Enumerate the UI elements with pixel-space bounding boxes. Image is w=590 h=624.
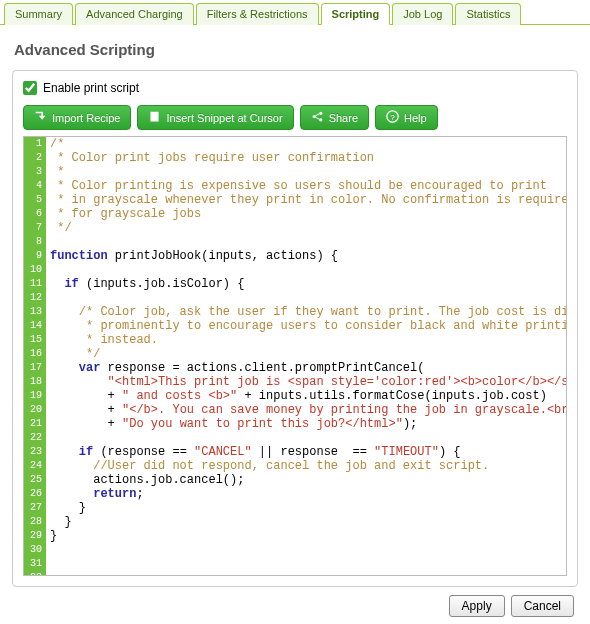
insert-snippet-button[interactable]: Insert Snippet at Cursor — [137, 105, 293, 130]
code-editor[interactable]: 1234567891011121314151617181920212223242… — [23, 136, 567, 576]
svg-point-1 — [319, 112, 322, 115]
code-line[interactable]: function printJobHook(inputs, actions) { — [50, 249, 562, 263]
code-line[interactable]: } — [50, 529, 562, 543]
share-icon — [311, 110, 324, 125]
code-line[interactable] — [50, 291, 562, 305]
tab-statistics[interactable]: Statistics — [455, 3, 521, 25]
code-line[interactable]: * for grayscale jobs — [50, 207, 562, 221]
tab-advanced-charging[interactable]: Advanced Charging — [75, 3, 194, 25]
enable-script-row[interactable]: Enable print script — [23, 81, 567, 95]
tab-scripting[interactable]: Scripting — [321, 3, 391, 25]
code-line[interactable]: + "Do you want to print this job?</html>… — [50, 417, 562, 431]
svg-point-2 — [319, 118, 322, 121]
cancel-button[interactable]: Cancel — [511, 595, 574, 617]
code-line[interactable]: if (response == "CANCEL" || response == … — [50, 445, 562, 459]
code-line[interactable]: return; — [50, 487, 562, 501]
code-line[interactable]: } — [50, 501, 562, 515]
apply-button[interactable]: Apply — [449, 595, 505, 617]
tab-joblog[interactable]: Job Log — [392, 3, 453, 25]
tab-filters[interactable]: Filters & Restrictions — [196, 3, 319, 25]
code-line[interactable]: actions.job.cancel(); — [50, 473, 562, 487]
import-icon — [34, 110, 47, 125]
code-line[interactable]: + "</b>. You can save money by printing … — [50, 403, 562, 417]
share-label: Share — [329, 112, 358, 124]
script-panel: Enable print script Import Recipe Insert… — [12, 70, 578, 587]
tab-summary[interactable]: Summary — [4, 3, 73, 25]
insert-snippet-label: Insert Snippet at Cursor — [166, 112, 282, 124]
enable-script-checkbox[interactable] — [23, 81, 37, 95]
svg-text:?: ? — [390, 113, 395, 122]
code-line[interactable]: /* Color job, ask the user if they want … — [50, 305, 562, 319]
line-gutter: 1234567891011121314151617181920212223242… — [24, 137, 46, 575]
code-line[interactable]: /* — [50, 137, 562, 151]
tab-bar: Summary Advanced Charging Filters & Rest… — [0, 0, 590, 25]
code-line[interactable]: * instead. — [50, 333, 562, 347]
help-button[interactable]: ? Help — [375, 105, 438, 130]
code-line[interactable] — [50, 571, 562, 575]
help-icon: ? — [386, 110, 399, 125]
help-label: Help — [404, 112, 427, 124]
code-line[interactable]: + " and costs <b>" + inputs.utils.format… — [50, 389, 562, 403]
code-line[interactable]: * — [50, 165, 562, 179]
code-line[interactable]: * Color print jobs require user confirma… — [50, 151, 562, 165]
code-line[interactable]: * prominently to encourage users to cons… — [50, 319, 562, 333]
import-recipe-label: Import Recipe — [52, 112, 120, 124]
code-line[interactable]: var response = actions.client.promptPrin… — [50, 361, 562, 375]
page-title: Advanced Scripting — [14, 41, 578, 58]
snippet-icon — [148, 110, 161, 125]
code-line[interactable] — [50, 235, 562, 249]
code-line[interactable] — [50, 543, 562, 557]
code-line[interactable]: * Color printing is expensive so users s… — [50, 179, 562, 193]
code-line[interactable]: * in grayscale whenever they print in co… — [50, 193, 562, 207]
code-line[interactable]: } — [50, 515, 562, 529]
code-line[interactable]: if (inputs.job.isColor) { — [50, 277, 562, 291]
enable-script-label: Enable print script — [43, 81, 139, 95]
code-line[interactable] — [50, 431, 562, 445]
code-body[interactable]: /* * Color print jobs require user confi… — [46, 137, 566, 575]
code-line[interactable] — [50, 263, 562, 277]
import-recipe-button[interactable]: Import Recipe — [23, 105, 131, 130]
share-button[interactable]: Share — [300, 105, 369, 130]
code-line[interactable]: "<html>This print job is <span style='co… — [50, 375, 562, 389]
code-line[interactable]: */ — [50, 347, 562, 361]
code-line[interactable]: //User did not respond, cancel the job a… — [50, 459, 562, 473]
code-line[interactable] — [50, 557, 562, 571]
toolbar: Import Recipe Insert Snippet at Cursor S… — [23, 105, 567, 130]
code-line[interactable]: */ — [50, 221, 562, 235]
footer-buttons: Apply Cancel — [12, 587, 578, 617]
content-area: Advanced Scripting Enable print script I… — [0, 25, 590, 624]
